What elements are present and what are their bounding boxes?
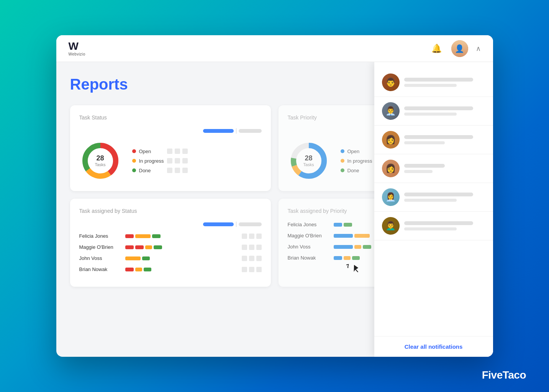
person-name-john-p: John Voss	[288, 244, 330, 250]
person-name-brian-p: Brian Nowak	[288, 255, 330, 261]
row-mini-grid-felicia	[242, 234, 262, 239]
person-name-brian: Brian Nowak	[79, 266, 121, 272]
notif-line-3a	[404, 135, 473, 139]
task-status-body: 28 Tasks Open	[79, 140, 262, 182]
mini-sq	[167, 168, 172, 173]
bar-blue-maggie-p	[334, 234, 353, 238]
notif-avatar-1: 👨	[382, 74, 400, 91]
bar-blue-john-p	[334, 245, 353, 249]
legend-dot-inprogress-p	[341, 159, 344, 163]
legend-item-done: Done	[132, 168, 188, 173]
bar-green-brian	[144, 268, 151, 271]
donut-number: 28	[95, 155, 105, 162]
app-window: W Webvizio 🔔 👤 ∧ Reports Task Status	[56, 35, 493, 357]
mini-sq	[167, 158, 172, 163]
notif-lines-1	[404, 78, 485, 87]
bar-yellow-john	[125, 256, 141, 260]
notif-lines-2	[404, 106, 485, 116]
bar-red-felicia	[125, 234, 134, 238]
mini-sq	[249, 256, 254, 261]
assigned-status-bar	[79, 222, 262, 227]
mini-sq	[256, 245, 262, 250]
person-name-felicia-p: Felicia Jones	[288, 222, 330, 227]
legend-item-open: Open	[132, 149, 188, 154]
mini-sq	[242, 234, 247, 239]
header-right: 🔔 👤 ∧	[430, 40, 481, 57]
notif-avatar-4: 👩	[382, 160, 400, 177]
notif-item-4[interactable]: 👩	[374, 154, 493, 183]
notif-line-4b	[404, 170, 433, 173]
bar-green-john-p	[363, 245, 371, 249]
avatar-face: 👤	[451, 40, 468, 57]
notif-lines-3	[404, 135, 485, 144]
task-status-donut: 28 Tasks	[79, 140, 121, 182]
notif-line-5a	[404, 193, 473, 196]
logo-text: Webvizio	[69, 52, 85, 56]
legend-label-done-p: Done	[347, 168, 359, 173]
progress-bar-gray-as	[239, 222, 262, 226]
notif-item-2[interactable]: 👨‍💼	[374, 97, 493, 126]
task-status-card: Task Status	[70, 105, 271, 191]
progress-bar-blue	[203, 129, 234, 133]
mini-grid-done	[167, 168, 188, 173]
notif-line-1a	[404, 78, 473, 82]
legend-dot-open	[132, 149, 136, 153]
bar-green-maggie	[154, 245, 162, 249]
notif-item-5[interactable]: 👩‍💼	[374, 183, 493, 212]
mini-sq	[182, 168, 188, 173]
donut-center-priority: 28 Tasks	[303, 155, 314, 167]
notif-avatar-6: 👨‍🦱	[382, 217, 400, 235]
legend-item-inprogress-p: In progress	[341, 158, 372, 164]
donut-number-priority: 28	[303, 155, 314, 162]
donut-center: 28 Tasks	[95, 155, 105, 167]
mini-sq	[242, 256, 247, 261]
person-bars-maggie-p	[334, 234, 370, 238]
legend-label-open: Open	[139, 149, 151, 154]
bar-yellow-maggie-p	[354, 234, 370, 238]
person-bars-john	[125, 256, 150, 260]
user-avatar-header[interactable]: 👤	[451, 40, 468, 57]
legend-label-inprogress-p: In progress	[347, 158, 372, 164]
notif-item-6[interactable]: 👨‍🦱	[374, 212, 493, 240]
task-status-title: Task Status	[79, 114, 262, 121]
notif-item-1[interactable]: 👨	[374, 68, 493, 97]
progress-divider-as	[236, 222, 236, 227]
bar-red-maggie	[125, 245, 134, 249]
bar-red-brian	[125, 268, 134, 271]
notif-item-3[interactable]: 👩	[374, 126, 493, 154]
legend-dot-inprogress	[132, 159, 136, 163]
notif-line-4a	[404, 164, 445, 168]
mini-sq	[242, 245, 247, 250]
fivetaco-brand: FiveTaco	[482, 369, 526, 381]
legend-dot-open-p	[341, 149, 344, 153]
mini-sq	[249, 267, 254, 272]
clear-all-button[interactable]: Clear all notifications	[374, 336, 493, 357]
donut-label-priority: Tasks	[303, 162, 314, 167]
notif-line-3b	[404, 141, 445, 144]
assigned-status-card: Task assigned by Status Felicia Jones	[70, 199, 271, 287]
bell-icon[interactable]: 🔔	[430, 42, 444, 56]
main-content: Reports Task Status	[56, 62, 493, 357]
legend-label-inprogress: In progress	[139, 158, 164, 164]
mini-sq	[175, 149, 180, 154]
bar-yellow-felicia	[135, 234, 151, 238]
notif-lines-6	[404, 221, 485, 230]
bar-red2-maggie	[135, 245, 144, 249]
progress-bar-as	[203, 222, 262, 227]
app-header: W Webvizio 🔔 👤 ∧	[56, 35, 493, 62]
bar-green-felicia-p	[344, 223, 352, 227]
person-name-felicia: Felicia Jones	[79, 233, 121, 239]
progress-bar-blue-as	[203, 222, 234, 226]
bar-yellow-john-p	[354, 245, 361, 249]
notification-list: 👨 👨‍💼 👩	[374, 62, 493, 336]
legend-label-done: Done	[139, 168, 151, 173]
chevron-up-icon[interactable]: ∧	[476, 44, 481, 53]
assigned-status-title: Task assigned by Status	[79, 208, 262, 214]
logo-area: W Webvizio	[69, 41, 85, 56]
notif-line-2b	[404, 113, 457, 116]
notif-line-5b	[404, 199, 457, 202]
task-priority-legend: Open In progress Done	[341, 149, 372, 173]
bar-blue-felicia-p	[334, 223, 342, 227]
mini-sq	[242, 267, 247, 272]
bar-blue-brian-p	[334, 256, 342, 260]
